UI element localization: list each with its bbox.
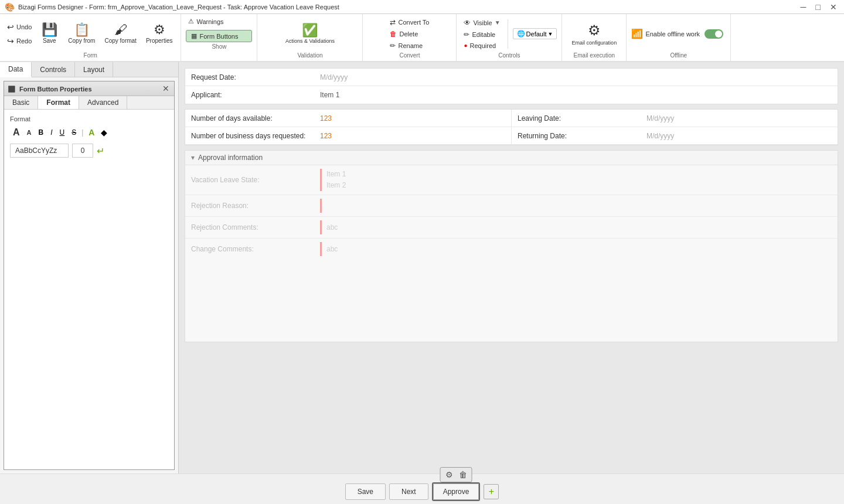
approval-section-label: Approval information bbox=[198, 154, 263, 162]
rejection-reason-label: Rejection Reason: bbox=[185, 195, 314, 216]
ribbon: ↩ Undo ↪ Redo 💾 Save 📋 bbox=[0, 14, 844, 62]
vacation-state-item1: Item 1 bbox=[326, 169, 346, 180]
maximize-button[interactable]: □ bbox=[814, 2, 823, 12]
applicant-value[interactable]: Item 1 bbox=[314, 86, 838, 104]
warnings-button[interactable]: ⚠ Warnings bbox=[186, 16, 252, 26]
approve-trash-button[interactable]: 🗑 bbox=[457, 469, 469, 481]
offline-toggle[interactable] bbox=[705, 29, 723, 39]
convert-icon: ⇄ bbox=[390, 18, 396, 26]
default-lang-button[interactable]: 🌐 Default ▼ bbox=[513, 28, 557, 39]
font-size-increase-button[interactable]: A bbox=[10, 126, 23, 139]
vacation-state-value[interactable]: Item 1 Item 2 bbox=[314, 165, 838, 195]
form-buttons-button[interactable]: ▦ Form Buttons bbox=[186, 30, 252, 42]
business-days-label: Number of business days requested: bbox=[185, 127, 314, 144]
minimize-button[interactable]: ─ bbox=[798, 2, 809, 12]
offline-wifi-icon: 📶 bbox=[631, 28, 643, 39]
editable-button[interactable]: ✏ Editable bbox=[461, 29, 502, 40]
vacation-state-label: Vacation Leave State: bbox=[185, 165, 314, 195]
properties-header-text: ▦ Form Button Properties bbox=[8, 84, 92, 93]
visible-icon: 👁 bbox=[464, 19, 471, 27]
next-button[interactable]: Next bbox=[389, 483, 428, 500]
approve-gear-button[interactable]: ⚙ bbox=[443, 469, 455, 481]
fill-color-button[interactable]: ◆ bbox=[98, 127, 110, 138]
copy-from-button[interactable]: 📋 Copy from bbox=[64, 22, 98, 46]
vacation-state-border bbox=[320, 169, 322, 191]
actions-validations-button[interactable]: ✅ Actions & Validations bbox=[282, 22, 338, 46]
approval-section-header: ▾ Approval information bbox=[185, 151, 838, 165]
font-size-decrease-button[interactable]: A bbox=[24, 128, 35, 137]
format-sep: | bbox=[81, 128, 83, 137]
approval-row-rejection-comments: Rejection Comments: abc bbox=[185, 217, 838, 239]
undo-button[interactable]: ↩ Undo bbox=[5, 21, 34, 33]
underline-button[interactable]: U bbox=[57, 127, 68, 138]
properties-button[interactable]: ⚙ Properties bbox=[142, 22, 176, 46]
editable-icon: ✏ bbox=[464, 30, 469, 39]
tab-controls[interactable]: Controls bbox=[32, 62, 75, 77]
properties-panel: ▦ Form Button Properties ✕ Basic Format … bbox=[4, 81, 175, 470]
ribbon-group-show: ⚠ Warnings ▦ Form Buttons Show bbox=[181, 14, 257, 61]
prop-tab-advanced[interactable]: Advanced bbox=[79, 96, 127, 109]
request-date-value[interactable]: M/d/yyyy bbox=[314, 69, 838, 86]
copy-from-icon: 📋 bbox=[74, 23, 90, 36]
tab-layout[interactable]: Layout bbox=[75, 62, 113, 77]
warning-icon: ⚠ bbox=[188, 18, 194, 25]
controls-col: ⇄ Convert To 🗑 Delete ✏ Rename bbox=[387, 17, 431, 51]
italic-button[interactable]: I bbox=[47, 127, 55, 138]
prop-tabs: Basic Format Advanced bbox=[4, 96, 174, 110]
offline-group-label: Offline bbox=[670, 52, 687, 59]
prop-tab-basic[interactable]: Basic bbox=[4, 96, 38, 109]
days-available-value[interactable]: 123 bbox=[314, 110, 511, 127]
collapse-icon[interactable]: ▾ bbox=[191, 154, 195, 162]
form-section-approval: ▾ Approval information Vacation Leave St… bbox=[185, 150, 838, 342]
required-button[interactable]: ● Required bbox=[461, 41, 502, 50]
form-canvas: Request Date: M/d/yyyy Applicant: Item 1… bbox=[179, 62, 844, 474]
rejection-comments-value[interactable]: abc bbox=[314, 217, 838, 238]
change-comments-value[interactable]: abc bbox=[314, 239, 838, 260]
email-icon: ⚙ bbox=[588, 22, 601, 39]
visible-button[interactable]: 👁 Visible ▼ bbox=[461, 18, 502, 28]
bottom-toolbar: Save Next ⚙ 🗑 Approve + bbox=[0, 474, 844, 504]
add-button[interactable]: + bbox=[484, 484, 499, 499]
rename-button[interactable]: ✏ Rename bbox=[387, 40, 431, 51]
rename-icon: ✏ bbox=[390, 42, 396, 50]
change-comments-border bbox=[320, 242, 322, 256]
prop-tab-format[interactable]: Format bbox=[38, 96, 79, 109]
offline-items: 📶 Enable offline work bbox=[631, 16, 726, 51]
leaving-date-value[interactable]: M/d/yyyy bbox=[641, 110, 838, 127]
returning-date-value[interactable]: M/d/yyyy bbox=[641, 127, 838, 144]
convert-to-button[interactable]: ⇄ Convert To bbox=[387, 17, 431, 28]
rejection-comments-label: Rejection Comments: bbox=[185, 217, 314, 238]
ribbon-form-items: ↩ Undo ↪ Redo 💾 Save 📋 bbox=[5, 16, 176, 51]
applicant-label: Applicant: bbox=[185, 86, 314, 104]
approve-toolbar: ⚙ 🗑 bbox=[440, 467, 472, 482]
save-button[interactable]: 💾 Save bbox=[36, 22, 62, 46]
properties-header: ▦ Form Button Properties ✕ bbox=[4, 81, 174, 96]
tab-data[interactable]: Data bbox=[0, 62, 32, 77]
globe-icon: 🌐 bbox=[517, 30, 525, 38]
save-form-button[interactable]: Save bbox=[345, 483, 386, 500]
title-bar-controls: ─ □ ✕ bbox=[798, 2, 839, 12]
properties-close-button[interactable]: ✕ bbox=[161, 84, 171, 93]
redo-button[interactable]: ↪ Redo bbox=[5, 35, 34, 47]
divider-1 bbox=[508, 19, 508, 49]
close-button[interactable]: ✕ bbox=[828, 2, 839, 12]
approve-button-wrapper: ⚙ 🗑 Approve bbox=[432, 482, 481, 501]
strikethrough-button[interactable]: S bbox=[69, 127, 79, 138]
vacation-state-items: Item 1 Item 2 bbox=[326, 169, 346, 191]
email-config-button[interactable]: ⚙ Email configuration bbox=[567, 20, 622, 48]
returning-date-col: Returning Date: M/d/yyyy bbox=[512, 127, 838, 144]
request-date-label: Request Date: bbox=[185, 69, 314, 86]
business-days-value[interactable]: 123 bbox=[314, 127, 511, 144]
main-area: Data Controls Layout ▦ Form Button Prope… bbox=[0, 62, 844, 474]
delete-button[interactable]: 🗑 Delete bbox=[387, 29, 431, 39]
rejection-reason-value[interactable] bbox=[314, 195, 838, 216]
properties-icon: ⚙ bbox=[154, 23, 165, 36]
indent-arrow-icon[interactable]: ↵ bbox=[97, 145, 104, 156]
rejection-reason-border bbox=[320, 199, 322, 213]
delete-icon: 🗑 bbox=[390, 30, 397, 38]
font-color-button[interactable]: A bbox=[86, 127, 97, 138]
indent-value[interactable]: 0 bbox=[72, 144, 93, 158]
bold-button[interactable]: B bbox=[36, 127, 47, 138]
copy-format-button[interactable]: 🖌 Copy format bbox=[101, 22, 139, 46]
approve-button[interactable]: Approve bbox=[433, 483, 479, 500]
